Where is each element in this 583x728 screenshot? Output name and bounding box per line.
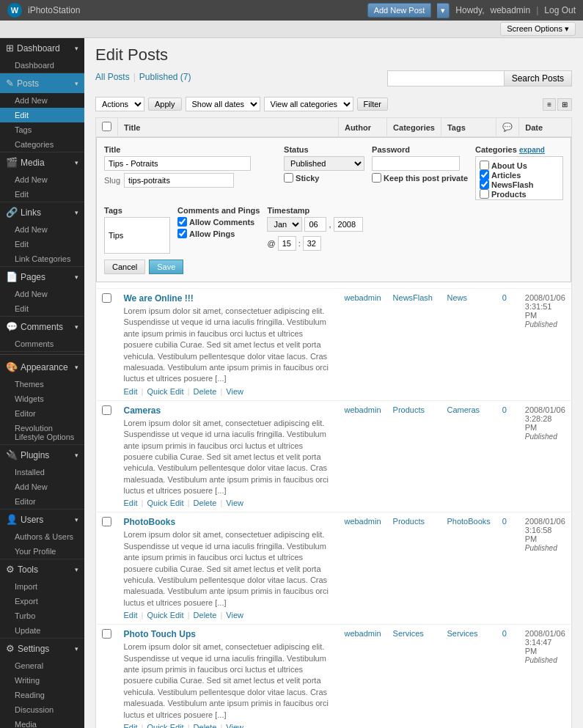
category-link-0[interactable]: NewsFlash [393, 293, 433, 302]
category-link-3[interactable]: Services [393, 629, 424, 638]
timestamp-hour-input[interactable] [278, 236, 296, 251]
list-view-button[interactable]: ≡ [543, 98, 556, 111]
post-action-delete-0[interactable]: Delete [194, 387, 217, 396]
row-checkbox-3[interactable] [102, 629, 111, 639]
post-action-view-3[interactable]: View [226, 723, 243, 728]
sidebar-item-posts[interactable]: ✎ Posts ▾ [0, 73, 84, 93]
slug-input[interactable] [124, 173, 234, 188]
row-checkbox-2[interactable] [102, 517, 111, 526]
edit-title-input[interactable] [104, 156, 251, 171]
sidebar-sub-add-new-link[interactable]: Add New [0, 222, 84, 237]
sidebar-sub-import[interactable]: Import [0, 579, 84, 594]
sidebar-sub-turbo[interactable]: Turbo [0, 608, 84, 623]
keep-private-checkbox[interactable] [372, 173, 381, 183]
sidebar-item-media[interactable]: 🎬 Media ▾ [0, 152, 84, 172]
post-title-link-1[interactable]: Cameras [124, 405, 161, 416]
post-action-view-2[interactable]: View [226, 611, 243, 619]
sidebar-item-pages[interactable]: 📄 Pages ▾ [0, 267, 84, 287]
sidebar-sub-add-new-plugin[interactable]: Add New [0, 479, 84, 494]
categories-select[interactable]: View all categories [264, 97, 353, 111]
tag-link-2[interactable]: PhotoBooks [447, 517, 490, 526]
sidebar-item-plugins[interactable]: 🔌 Plugins ▾ [0, 445, 84, 465]
tag-link-0[interactable]: News [447, 293, 467, 302]
sidebar-sub-widgets[interactable]: Widgets [0, 391, 84, 406]
timestamp-month-select[interactable]: Jan [267, 217, 302, 232]
screen-options-button[interactable]: Screen Options ▾ [500, 22, 576, 36]
sidebar-sub-reading[interactable]: Reading [0, 688, 84, 702]
category-link-1[interactable]: Products [393, 405, 425, 414]
post-title-link-0[interactable]: We are Online !!! [124, 293, 194, 304]
post-title-link-2[interactable]: PhotoBooks [124, 517, 176, 527]
author-link-1[interactable]: webadmin [344, 405, 381, 414]
allow-pings-checkbox[interactable] [177, 229, 187, 238]
categories-box[interactable]: About Us Articles NewsFlash Products [475, 156, 563, 200]
sidebar-item-users[interactable]: 👤 Users ▾ [0, 510, 84, 529]
sidebar-sub-edit-link[interactable]: Edit [0, 237, 84, 251]
sidebar-sub-add-new-page[interactable]: Add New [0, 287, 84, 301]
search-button[interactable]: Search Posts [505, 70, 572, 87]
sidebar-sub-media-settings[interactable]: Media [0, 717, 84, 728]
username-link[interactable]: webadmin [490, 5, 530, 15]
edit-status-select[interactable]: Published Draft Pending Review [284, 156, 364, 171]
dates-select[interactable]: Show all dates [186, 97, 260, 111]
add-new-post-button[interactable]: Add New Post [367, 3, 432, 18]
sidebar-sub-add-new-media[interactable]: Add New [0, 172, 84, 187]
sidebar-sub-dashboard[interactable]: Dashboard [0, 58, 84, 73]
grid-view-button[interactable]: ⊞ [557, 98, 572, 111]
sidebar-sub-edit-page[interactable]: Edit [0, 301, 84, 316]
sidebar-sub-edit-posts[interactable]: Edit [0, 108, 84, 122]
sidebar-item-settings[interactable]: ⚙ Settings ▾ [0, 639, 84, 658]
post-action-delete-2[interactable]: Delete [194, 611, 217, 619]
row-checkbox-0[interactable] [102, 293, 111, 303]
apply-button[interactable]: Apply [148, 98, 182, 111]
sidebar-sub-edit-media[interactable]: Edit [0, 187, 84, 202]
sidebar-sub-comments[interactable]: Comments [0, 337, 84, 351]
cancel-button[interactable]: Cancel [104, 260, 145, 274]
author-link-2[interactable]: webadmin [344, 517, 381, 526]
row-checkbox-1[interactable] [102, 405, 111, 415]
tab-all-posts[interactable]: All Posts [95, 72, 130, 82]
post-action-edit-1[interactable]: Edit [124, 499, 138, 507]
tab-published[interactable]: Published (7) [139, 72, 191, 82]
sidebar-sub-link-categories[interactable]: Link Categories [0, 251, 84, 266]
post-action-edit-2[interactable]: Edit [124, 611, 138, 619]
sidebar-sub-plugin-editor[interactable]: Editor [0, 494, 84, 509]
sidebar-sub-export[interactable]: Export [0, 594, 84, 608]
sidebar-item-dashboard[interactable]: ⊞ Dashboard ▾ [0, 38, 84, 58]
expand-link[interactable]: expand [519, 146, 545, 154]
tag-link-1[interactable]: Cameras [447, 405, 480, 414]
post-action-delete-3[interactable]: Delete [194, 723, 217, 728]
search-input[interactable] [387, 70, 505, 87]
post-action-quick-edit-3[interactable]: Quick Edit [147, 723, 183, 728]
save-button[interactable]: Save [149, 260, 183, 274]
edit-tags-input[interactable] [104, 217, 170, 254]
sidebar-sub-general[interactable]: General [0, 658, 84, 673]
sidebar-sub-discussion[interactable]: Discussion [0, 702, 84, 717]
sidebar-item-tools[interactable]: ⚙ Tools ▾ [0, 559, 84, 579]
comment-count-link-0[interactable]: 0 [502, 293, 507, 302]
sidebar-sub-add-new-post[interactable]: Add New [0, 93, 84, 108]
comment-count-link-1[interactable]: 0 [502, 405, 507, 414]
sidebar-item-appearance[interactable]: 🎨 Appearance ▾ [0, 357, 84, 377]
timestamp-year-input[interactable] [334, 217, 363, 232]
post-title-link-3[interactable]: Photo Touch Ups [124, 629, 196, 639]
filter-button[interactable]: Filter [357, 98, 388, 111]
comment-count-link-3[interactable]: 0 [502, 629, 507, 638]
allow-comments-checkbox[interactable] [177, 217, 187, 227]
actions-select[interactable]: Actions [95, 97, 144, 111]
post-action-delete-1[interactable]: Delete [194, 499, 217, 507]
sidebar-sub-authors-users[interactable]: Authors & Users [0, 529, 84, 544]
author-link-3[interactable]: webadmin [344, 629, 381, 638]
select-all-checkbox-top[interactable] [102, 122, 111, 131]
sidebar-sub-themes[interactable]: Themes [0, 377, 84, 391]
timestamp-day-input[interactable] [304, 217, 326, 232]
post-action-quick-edit-0[interactable]: Quick Edit [147, 387, 183, 396]
post-action-quick-edit-2[interactable]: Quick Edit [147, 611, 183, 619]
sidebar-sub-writing[interactable]: Writing [0, 673, 84, 688]
sticky-checkbox[interactable] [284, 173, 293, 183]
category-link-2[interactable]: Products [393, 517, 425, 526]
sidebar-sub-installed[interactable]: Installed [0, 465, 84, 479]
post-action-view-1[interactable]: View [226, 499, 243, 507]
add-new-post-dropdown[interactable]: ▾ [437, 3, 450, 18]
post-action-edit-0[interactable]: Edit [124, 387, 138, 396]
